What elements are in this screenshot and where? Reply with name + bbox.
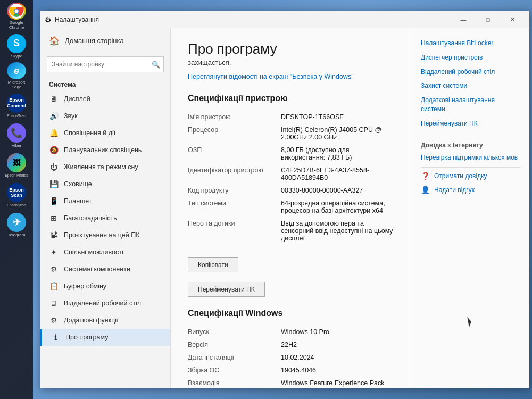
taskbar-icon-telegram[interactable]: ✈ Telegram (3, 211, 30, 239)
sidebar-item-projection[interactable]: 📽 Проєктування на цей ПК (40, 227, 170, 244)
notifications-icon: 🔔 (49, 129, 59, 137)
copy-device-specs-button[interactable]: Копіювати (188, 257, 238, 272)
security-link[interactable]: Переглянути відомості на екрані "Безпека… (188, 72, 395, 82)
right-link-device-manager[interactable]: Диспетчер пристроїв (421, 53, 520, 62)
spec-value-name: DESKTOP-1T66OSF (281, 113, 395, 121)
spec-label-name: Ім'я пристрою (188, 113, 281, 121)
sidebar-item-shared-label: Спільні можливості (64, 248, 123, 256)
right-panel-divider (421, 134, 520, 134)
spec-label-experience: Взаємодія (188, 379, 281, 388)
sidebar-item-sound[interactable]: 🔊 Звук (40, 107, 170, 124)
maximize-button[interactable]: □ (476, 11, 500, 28)
page-title: Про програму (188, 41, 395, 57)
taskbar-icon-edge[interactable]: e Microsoft Edge (3, 62, 30, 90)
skype-icon: S (7, 34, 26, 53)
sidebar-item-power-label: Живлення та режим сну (64, 163, 138, 171)
taskbar-icon-skype[interactable]: S Skype (3, 32, 30, 60)
right-link-remote-desktop[interactable]: Віддалений робочий стіл (421, 68, 520, 77)
components-icon: ⚙ (49, 265, 59, 273)
sidebar-item-additional[interactable]: ⚙ Додаткові функції (40, 312, 170, 329)
internet-section-title: Довідка з Інтернету (421, 142, 520, 149)
svg-point-3 (15, 10, 19, 13)
display-icon: 🖥 (49, 95, 59, 103)
epsonscan-icon: EpsonScan (7, 183, 26, 202)
right-link-bitlocker[interactable]: Налаштування BitLocker (421, 39, 520, 48)
spec-row-system-type: Тип системи 64-розрядна операційна систе… (188, 197, 395, 217)
right-panel: Налаштування BitLocker Диспетчер пристро… (412, 28, 529, 388)
spec-row-os-build: Збірка ОС 19045.4046 (188, 364, 395, 377)
tablet-icon: 📱 (49, 197, 59, 205)
spec-label-product-code: Код продукту (188, 187, 281, 194)
sidebar-item-components[interactable]: ⚙ Системні компоненти (40, 261, 170, 278)
telegram-icon: ✈ (7, 213, 26, 232)
focus-icon: 🔕 (49, 146, 59, 154)
sidebar-item-about[interactable]: ℹ Про програму (40, 329, 170, 346)
get-help-action[interactable]: ❓ Отримати довідку (421, 172, 520, 180)
spec-label-system-type: Тип системи (188, 200, 281, 214)
spec-value-device-id: C4F25D7B-6EE3-4A37-8558-400DA51894B0 (281, 167, 395, 181)
taskbar-icon-photos[interactable]: 🖼 Epson Photos (3, 152, 30, 179)
right-link-rename-pc[interactable]: Перейменувати ПК (421, 119, 520, 128)
spec-row-ram: ОЗП 8,00 ГБ (доступно для використання: … (188, 144, 395, 164)
right-link-advanced-system[interactable]: Додаткові налаштування системи (421, 96, 520, 114)
sidebar-item-focus[interactable]: 🔕 Планувальник сповіщень (40, 142, 170, 159)
sidebar-item-remote[interactable]: 🖥 Віддалений робочий стіл (40, 295, 170, 312)
sidebar-item-display[interactable]: 🖥 Дисплей (40, 90, 170, 107)
sidebar-item-tablet[interactable]: 📱 Планшет (40, 193, 170, 210)
spec-value-install-date: 10.02.2024 (281, 354, 395, 361)
main-content: Про програму захищається. Переглянути ві… (171, 28, 412, 388)
viber-icon: 📞 (7, 123, 26, 143)
sidebar-item-projection-label: Проєктування на цей ПК (64, 231, 140, 239)
epson-connect-label: EpsonScan (7, 114, 26, 118)
sidebar-item-clipboard[interactable]: 📋 Буфер обміну (40, 278, 170, 295)
sidebar-item-multitask-label: Багатозадачність (64, 214, 117, 222)
taskbar-icon-chrome[interactable]: Google Chrome (3, 3, 30, 30)
spec-value-product-code: 00330-80000-00000-AA327 (281, 187, 395, 194)
search-button[interactable]: 🔍 (148, 57, 163, 72)
sidebar-item-display-label: Дисплей (64, 95, 90, 103)
window-title: Налаштування (55, 16, 451, 23)
sidebar-item-focus-label: Планувальник сповіщень (64, 146, 142, 154)
telegram-label: Telegram (8, 233, 26, 238)
taskbar-icon-epson-connect[interactable]: EpsonConnect EpsonScan (3, 92, 30, 120)
spec-value-experience: Windows Feature Experience Pack 1000.190… (281, 379, 395, 388)
sidebar-item-power[interactable]: ⏻ Живлення та режим сну (40, 159, 170, 176)
feedback-action[interactable]: 👤 Надати відгук (421, 186, 520, 194)
sidebar-item-about-label: Про програму (65, 334, 108, 341)
sidebar-item-notifications[interactable]: 🔔 Сповіщення й дії (40, 124, 170, 142)
spec-value-pen: Ввід за допомогою пера та сенсорний ввід… (281, 220, 395, 242)
sidebar-item-remote-label: Віддалений робочий стіл (64, 300, 141, 307)
spec-row-install-date: Дата інсталяції 10.02.2024 (188, 351, 395, 364)
close-button[interactable]: ✕ (500, 11, 525, 28)
sidebar-item-storage[interactable]: 💾 Сховище (40, 176, 170, 193)
right-link-system-protection[interactable]: Захист системи (421, 81, 520, 90)
projection-icon: 📽 (49, 231, 59, 239)
photos-label: Epson Photos (5, 173, 28, 178)
taskbar-icon-viber[interactable]: 📞 Viber (3, 122, 30, 149)
spec-row-experience: Взаємодія Windows Feature Experience Pac… (188, 377, 395, 388)
additional-icon: ⚙ (49, 316, 59, 325)
right-panel-divider2 (421, 167, 520, 168)
sound-icon: 🔊 (49, 112, 59, 120)
search-input[interactable] (47, 59, 148, 70)
right-link-language[interactable]: Перевірка підтримки кількох мов (421, 153, 520, 162)
sidebar-item-storage-label: Сховище (64, 180, 92, 188)
spec-row-name: Ім'я пристрою DESKTOP-1T66OSF (188, 111, 395, 123)
epson-connect-icon: EpsonConnect (7, 94, 26, 113)
sidebar-item-notifications-label: Сповіщення й дії (64, 129, 115, 137)
sidebar-item-multitask[interactable]: ⊞ Багатозадачність (40, 210, 170, 227)
epsonscan-label: EpsonScan (7, 203, 26, 207)
chrome-label: Google Chrome (3, 21, 30, 30)
settings-window: ⚙ Налаштування — □ ✕ 🏠 Домашня сторінка … (40, 11, 529, 388)
desktop: Google Chrome S Skype e Microsoft Edge E… (0, 0, 532, 399)
rename-pc-button[interactable]: Перейменувати ПК (188, 282, 265, 297)
page-subtitle: захищається. (188, 59, 395, 66)
sidebar-item-additional-label: Додаткові функції (64, 317, 119, 324)
taskbar-icon-epsonscan[interactable]: EpsonScan EpsonScan (3, 181, 30, 209)
sidebar-home[interactable]: 🏠 Домашня сторінка (40, 28, 170, 53)
sidebar-item-shared[interactable]: ✦ Спільні можливості (40, 244, 170, 261)
minimize-button[interactable]: — (451, 11, 476, 28)
spec-label-install-date: Дата інсталяції (188, 354, 281, 361)
edge-label: Microsoft Edge (3, 80, 30, 90)
spec-label-ram: ОЗП (188, 146, 281, 161)
